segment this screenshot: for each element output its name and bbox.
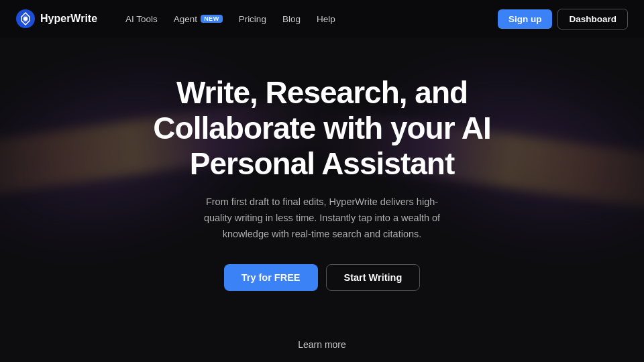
learn-more-text: Learn more xyxy=(298,339,346,350)
hero-section: Write, Research, and Collaborate with yo… xyxy=(0,38,644,322)
nav-blog[interactable]: Blog xyxy=(276,10,307,28)
badge-new: NEW xyxy=(201,15,223,23)
nav-ai-tools[interactable]: AI Tools xyxy=(119,10,164,28)
hero-title: Write, Research, and Collaborate with yo… xyxy=(134,75,510,182)
nav-agent[interactable]: Agent NEW xyxy=(167,10,229,28)
hero-subtitle: From first draft to final edits, HyperWr… xyxy=(195,194,449,243)
logo-icon xyxy=(16,9,35,28)
nav-links: AI Tools Agent NEW Pricing Blog Help xyxy=(119,10,498,28)
nav-pricing[interactable]: Pricing xyxy=(232,10,273,28)
start-writing-button[interactable]: Start Writing xyxy=(326,264,421,291)
signup-button[interactable]: Sign up xyxy=(498,9,553,29)
svg-point-3 xyxy=(23,17,28,21)
logo-text: HyperWrite xyxy=(40,13,97,25)
logo[interactable]: HyperWrite xyxy=(16,9,97,28)
learn-more-container[interactable]: Learn more xyxy=(0,339,644,350)
hero-buttons: Try for FREE Start Writing xyxy=(224,264,421,291)
nav-actions: Sign up Dashboard xyxy=(498,9,628,29)
navbar: HyperWrite AI Tools Agent NEW Pricing Bl… xyxy=(0,0,644,38)
nav-help[interactable]: Help xyxy=(310,10,342,28)
try-free-button[interactable]: Try for FREE xyxy=(224,264,318,291)
dashboard-button[interactable]: Dashboard xyxy=(557,9,628,29)
